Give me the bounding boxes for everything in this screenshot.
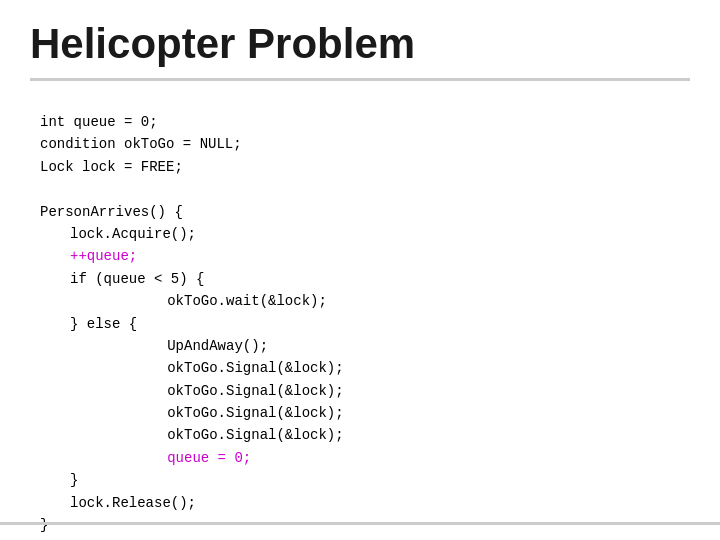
code-line: ++queue; bbox=[40, 245, 690, 267]
code-line: queue = 0; bbox=[40, 447, 690, 469]
code-line: condition okToGo = NULL; bbox=[40, 133, 690, 155]
code-line: okToGo.Signal(&lock); bbox=[40, 424, 690, 446]
code-line: okToGo.Signal(&lock); bbox=[40, 380, 690, 402]
code-line: okToGo.Signal(&lock); bbox=[40, 357, 690, 379]
code-line: int queue = 0; bbox=[40, 111, 690, 133]
code-line: if (queue < 5) { bbox=[40, 268, 690, 290]
code-line: } else { bbox=[40, 313, 690, 335]
code-line: } bbox=[40, 514, 690, 536]
code-line: okToGo.Signal(&lock); bbox=[40, 402, 690, 424]
code-line: Lock lock = FREE; bbox=[40, 156, 690, 178]
code-block: int queue = 0; condition okToGo = NULL; … bbox=[30, 111, 690, 536]
slide: Helicopter Problem int queue = 0; condit… bbox=[0, 0, 720, 540]
code-line: PersonArrives() { bbox=[40, 201, 690, 223]
code-line: lock.Acquire(); bbox=[40, 223, 690, 245]
code-line: lock.Release(); bbox=[40, 492, 690, 514]
bottom-divider bbox=[0, 522, 720, 525]
slide-title: Helicopter Problem bbox=[30, 20, 690, 81]
code-line: okToGo.wait(&lock); bbox=[40, 290, 690, 312]
code-line: } bbox=[40, 469, 690, 491]
code-line: UpAndAway(); bbox=[40, 335, 690, 357]
